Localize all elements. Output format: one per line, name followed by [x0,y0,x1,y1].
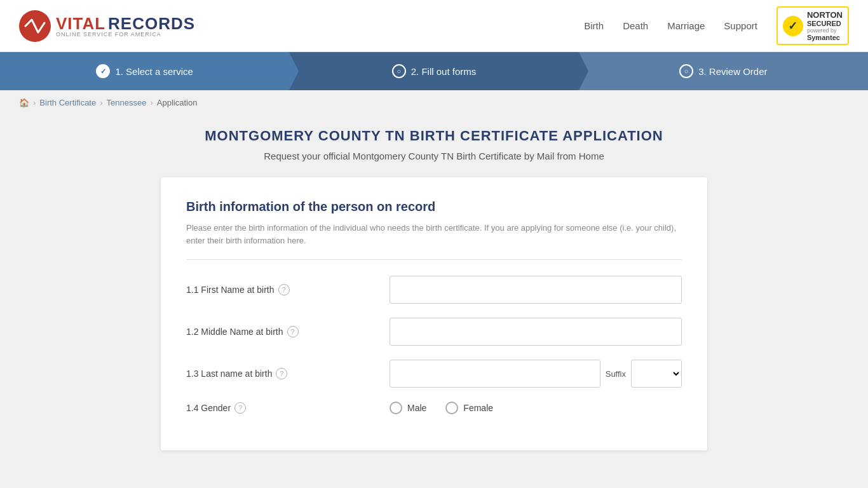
form-row-1-4: 1.4 Gender ? Male Female [186,402,682,414]
form-row-1-3: 1.3 Last name at birth ? Suffix Jr. Sr. … [186,360,682,388]
step3-circle: ○ [679,64,693,78]
logo-icon [19,10,51,42]
input-first-name[interactable] [390,276,682,304]
main-content: MONTGOMERY COUNTY TN BIRTH CERTIFICATE A… [148,128,720,451]
breadcrumb-sep-2: › [100,98,102,107]
help-icon-1-3[interactable]: ? [276,368,287,379]
step1-label: 1. Select a service [115,66,193,77]
logo-records: RECORDS [108,14,195,33]
breadcrumb-home[interactable]: 🏠 [19,98,29,107]
breadcrumb-birth-certificate[interactable]: Birth Certificate [39,98,96,107]
step1-circle: ✓ [96,64,110,78]
label-first-name-text: 1.1 First Name at birth [186,285,275,295]
label-gender: 1.4 Gender ? [186,402,390,414]
step2-label: 2. Fill out forms [411,66,477,77]
suffix-select[interactable]: Jr. Sr. II III IV [631,360,682,388]
label-middle-name: 1.2 Middle Name at birth ? [186,326,390,337]
radio-male-circle [390,402,402,414]
norton-powered-label: powered by [807,27,843,34]
radio-male[interactable]: Male [390,402,426,414]
suffix-label: Suffix [606,369,626,379]
form-row-1-1: 1.1 First Name at birth ? [186,276,682,304]
radio-female[interactable]: Female [445,402,493,414]
help-icon-1-1[interactable]: ? [278,284,290,295]
main-nav: Birth Death Marriage Support ✓ NORTON SE… [584,6,849,45]
norton-symantec-label: Symantec [807,34,843,41]
label-middle-name-text: 1.2 Middle Name at birth [186,327,283,337]
help-icon-1-4[interactable]: ? [234,402,246,414]
nav-birth[interactable]: Birth [584,20,604,31]
nav-support[interactable]: Support [724,20,757,31]
last-name-input-group: Suffix Jr. Sr. II III IV [390,360,682,388]
nav-marriage[interactable]: Marriage [667,20,705,31]
label-last-name: 1.3 Last name at birth ? [186,368,390,379]
gender-options: Male Female [390,402,682,414]
form-card: Birth information of the person on recor… [161,177,707,451]
progress-bar: ✓ 1. Select a service ○ 2. Fill out form… [0,52,868,90]
breadcrumb-state[interactable]: Tennessee [107,98,147,107]
logo: VITAL RECORDS ONLINE SERVICE FOR AMERICA [19,10,195,42]
page-subtitle: Request your official Montgomery County … [161,151,707,161]
breadcrumb-sep-1: › [33,98,36,107]
input-last-name[interactable] [390,360,600,388]
progress-step-3: ○ 3. Review Order [579,52,868,90]
breadcrumb-sep-3: › [150,98,153,107]
norton-check-icon: ✓ [783,16,803,36]
norton-secured-text: SECURED [807,20,843,27]
logo-vital: VITAL [56,14,105,33]
step3-label: 3. Review Order [698,66,767,77]
home-icon: 🏠 [19,98,29,107]
input-middle-name[interactable] [390,318,682,346]
norton-secured-label: NORTON [807,10,843,20]
step2-circle: ○ [392,64,406,78]
page-title: MONTGOMERY COUNTY TN BIRTH CERTIFICATE A… [161,128,707,144]
label-gender-text: 1.4 Gender [186,403,231,413]
form-divider [186,259,682,260]
help-icon-1-2[interactable]: ? [287,326,299,337]
site-header: VITAL RECORDS ONLINE SERVICE FOR AMERICA… [0,0,868,52]
breadcrumb: 🏠 › Birth Certificate › Tennessee › Appl… [0,90,868,115]
form-row-1-2: 1.2 Middle Name at birth ? [186,318,682,346]
form-section-title: Birth information of the person on recor… [186,200,682,214]
progress-step-1: ✓ 1. Select a service [0,52,289,90]
norton-badge: ✓ NORTON SECURED powered by Symantec [776,6,849,45]
label-last-name-text: 1.3 Last name at birth [186,369,272,379]
radio-female-label: Female [463,403,493,413]
breadcrumb-current: Application [157,98,198,107]
radio-male-label: Male [407,403,426,413]
form-section-desc: Please enter the birth information of th… [186,222,682,247]
label-first-name: 1.1 First Name at birth ? [186,284,390,295]
progress-step-2: ○ 2. Fill out forms [289,52,578,90]
radio-female-circle [445,402,458,414]
nav-death[interactable]: Death [623,20,648,31]
